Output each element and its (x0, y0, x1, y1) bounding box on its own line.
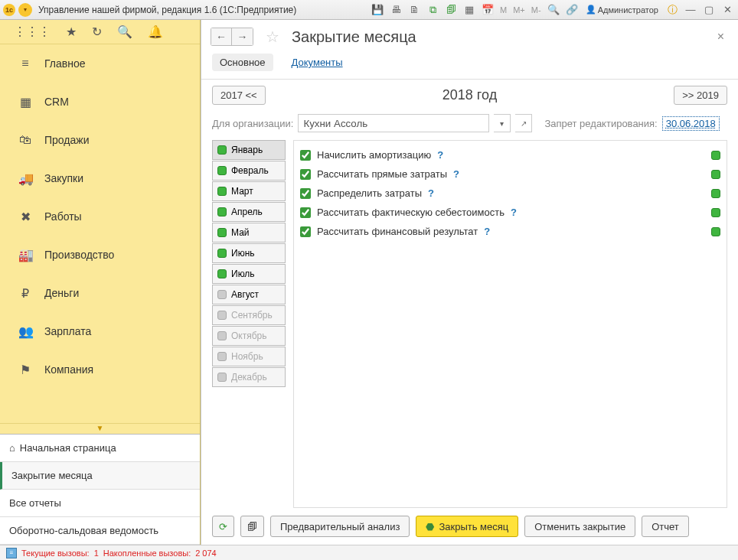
month-10[interactable]: Ноябрь (212, 347, 286, 366)
copy-icon[interactable]: 🗐 (443, 2, 459, 18)
refresh-button[interactable]: ⟳ (212, 516, 234, 537)
sidebar-open-tabs: ⌂Начальная страницаЗакрытие месяцаВсе от… (0, 434, 200, 545)
open-tab-1[interactable]: Закрытие месяца (0, 462, 200, 490)
month-status-icon (217, 331, 227, 340)
bell-icon[interactable]: 🔔 (148, 24, 163, 39)
main-panel: ← → ☆ Закрытие месяца × Основное Докумен… (201, 20, 738, 545)
report-button[interactable]: Отчет (642, 516, 689, 537)
search-icon[interactable]: 🔍 (117, 24, 132, 39)
m-plus-button[interactable]: M+ (511, 5, 527, 15)
save-icon[interactable]: 💾 (370, 2, 385, 18)
nav-item-0[interactable]: ≡Главное (0, 44, 200, 83)
org-input[interactable] (298, 114, 489, 132)
info-icon[interactable]: ⓘ (665, 2, 680, 18)
month-label: Август (231, 289, 259, 300)
sidebar-toolbar: ⋮⋮⋮ ★ ↻ 🔍 🔔 (0, 20, 200, 44)
month-status-icon (217, 228, 227, 237)
org-row: Для организации: ▾ ↗ Запрет редактирован… (201, 111, 738, 140)
task-checkbox[interactable] (300, 207, 311, 218)
nav-item-6[interactable]: ₽Деньги (0, 274, 200, 312)
month-8[interactable]: Сентябрь (212, 305, 286, 325)
user-name: Администратор (598, 5, 658, 15)
month-2[interactable]: Март (212, 181, 286, 201)
copy-button[interactable]: 🗐 (240, 516, 264, 537)
nav-icon: ⚑ (18, 363, 32, 377)
lock-date-link[interactable]: 30.06.2018 (662, 116, 720, 131)
maximize-icon[interactable]: ▢ (701, 2, 717, 18)
month-6[interactable]: Июль (212, 264, 286, 284)
app-menu-dropdown[interactable]: ▾ (18, 3, 32, 17)
months-list: ЯнварьФевральМартАпрельМайИюньИюльАвгуст… (212, 140, 286, 508)
sidebar-nav: ≡Главное▦CRM🛍Продажи🚚Закупки✖Работы🏭Прои… (0, 44, 200, 423)
subtab-main[interactable]: Основное (212, 54, 273, 71)
preview-analysis-button[interactable]: Предварительный анализ (270, 516, 410, 537)
close-page-icon[interactable]: × (713, 30, 729, 44)
cancel-close-button[interactable]: Отменить закрытие (524, 516, 635, 537)
nav-item-1[interactable]: ▦CRM (0, 83, 200, 121)
month-status-icon (217, 352, 227, 361)
nav-item-2[interactable]: 🛍Продажи (0, 121, 200, 159)
user-label[interactable]: 👤 Администратор (583, 5, 661, 15)
nav-forward-button[interactable]: → (232, 28, 253, 46)
help-icon[interactable]: ? (484, 226, 490, 237)
help-icon[interactable]: ? (437, 149, 443, 161)
nav-item-8[interactable]: ⚑Компания (0, 350, 200, 389)
help-icon[interactable]: ? (511, 207, 517, 218)
month-3[interactable]: Апрель (212, 202, 286, 222)
favorite-icon[interactable]: ☆ (266, 28, 279, 46)
calendar-icon[interactable]: 📅 (480, 2, 495, 18)
month-7[interactable]: Август (212, 285, 286, 304)
close-month-button[interactable]: ⬣Закрыть месяц (416, 516, 518, 537)
task-checkbox[interactable] (300, 169, 311, 180)
app-logo-icon: 1c (3, 4, 15, 16)
nav-back-button[interactable]: ← (211, 28, 232, 46)
titlebar: 1c ▾ Управление нашей фирмой, редакция 1… (0, 0, 738, 20)
task-checkbox[interactable] (300, 188, 311, 199)
preview-icon[interactable]: 🗎 (407, 2, 422, 18)
m-button[interactable]: M (498, 5, 508, 15)
lock-label: Запрет редактирования: (544, 118, 657, 129)
open-tab-3[interactable]: Оборотно-сальдовая ведомость (0, 517, 200, 545)
close-window-icon[interactable]: ✕ (720, 2, 735, 18)
month-0[interactable]: Январь (212, 140, 286, 160)
help-icon[interactable]: ? (428, 187, 434, 199)
nav-item-7[interactable]: 👥Зарплата (0, 312, 200, 350)
nav-item-5[interactable]: 🏭Производство (0, 236, 200, 274)
window-title: Управление нашей фирмой, редакция 1.6 (1… (38, 5, 296, 15)
minimize-icon[interactable]: — (683, 2, 698, 18)
month-1[interactable]: Февраль (212, 161, 286, 181)
status-icon[interactable]: ≡ (6, 548, 17, 558)
star-icon[interactable]: ★ (66, 24, 77, 39)
compare-icon[interactable]: ⧉ (425, 2, 440, 18)
calculator-icon[interactable]: ▦ (462, 2, 477, 18)
accumulated-calls-value: 2 074 (195, 549, 217, 558)
link-icon[interactable]: 🔗 (564, 2, 580, 18)
current-calls-label: Текущие вызовы: (21, 549, 90, 558)
open-tab-2[interactable]: Все отчеты (0, 490, 200, 517)
task-status-icon (711, 151, 720, 160)
help-icon[interactable]: ? (453, 168, 459, 180)
apps-icon[interactable]: ⋮⋮⋮ (14, 24, 51, 39)
nav-item-4[interactable]: ✖Работы (0, 197, 200, 236)
sidebar-collapse[interactable]: ▼ (0, 423, 200, 434)
month-9[interactable]: Октябрь (212, 326, 286, 346)
m-minus-button[interactable]: M- (530, 5, 543, 15)
nav-item-3[interactable]: 🚚Закупки (0, 159, 200, 197)
month-4[interactable]: Май (212, 223, 286, 243)
month-11[interactable]: Декабрь (212, 367, 286, 387)
print-icon[interactable]: 🖶 (388, 2, 403, 18)
open-tab-0[interactable]: ⌂Начальная страница (0, 435, 200, 462)
month-5[interactable]: Июнь (212, 243, 286, 263)
history-icon[interactable]: ↻ (92, 24, 102, 39)
org-open-button[interactable]: ↗ (515, 114, 532, 132)
prev-year-button[interactable]: 2017 << (212, 86, 266, 105)
task-row-3: Рассчитать фактическую себестоимость ? (300, 203, 720, 222)
zoom-icon[interactable]: 🔍 (546, 2, 561, 18)
org-dropdown-button[interactable]: ▾ (494, 114, 511, 132)
subtab-documents[interactable]: Документы (284, 54, 351, 71)
tab-label: Начальная страница (20, 442, 116, 454)
month-label: Март (231, 186, 253, 197)
task-checkbox[interactable] (300, 226, 311, 237)
task-checkbox[interactable] (300, 150, 311, 161)
next-year-button[interactable]: >> 2019 (674, 86, 727, 105)
